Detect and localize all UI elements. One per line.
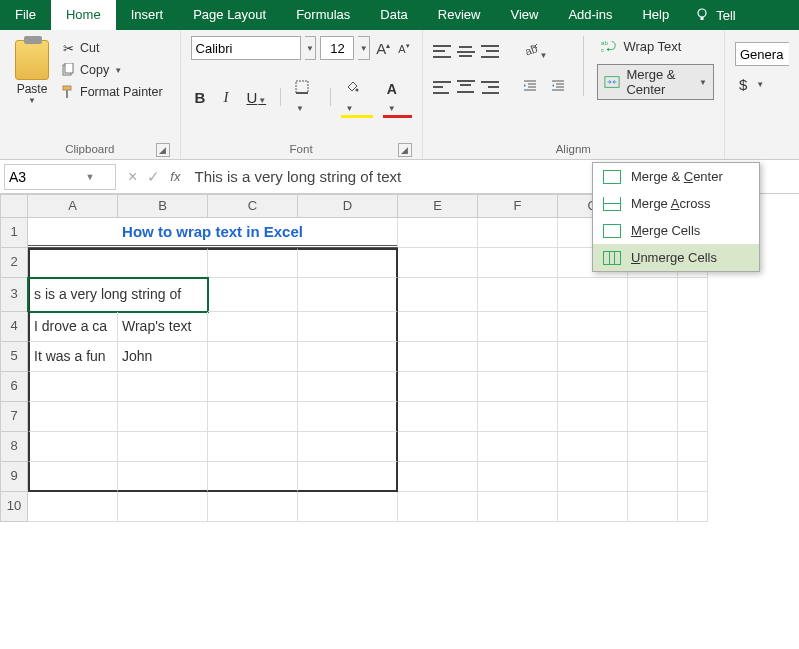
merge-center-button[interactable]: Merge & Center ▼ bbox=[597, 64, 714, 100]
number-format-input[interactable] bbox=[735, 42, 789, 66]
cell[interactable] bbox=[208, 402, 298, 432]
wrap-text-button[interactable]: abc Wrap Text bbox=[597, 36, 714, 56]
cell[interactable] bbox=[558, 372, 628, 402]
orientation-button[interactable]: ab▼ bbox=[519, 40, 552, 63]
underline-button[interactable]: U▼ bbox=[242, 87, 270, 108]
chevron-down-icon[interactable]: ▼ bbox=[756, 80, 764, 89]
cell[interactable] bbox=[298, 278, 398, 312]
cell[interactable] bbox=[678, 492, 708, 522]
dialog-launcher-icon[interactable]: ◢ bbox=[156, 143, 170, 157]
cell[interactable] bbox=[28, 432, 118, 462]
cell[interactable] bbox=[628, 372, 678, 402]
cell[interactable] bbox=[298, 492, 398, 522]
cell[interactable] bbox=[628, 492, 678, 522]
tab-formulas[interactable]: Formulas bbox=[281, 0, 365, 30]
row-header[interactable]: 9 bbox=[0, 462, 28, 492]
increase-indent-button[interactable] bbox=[547, 77, 569, 98]
font-color-button[interactable]: A ▼ bbox=[383, 78, 412, 116]
cell[interactable] bbox=[558, 462, 628, 492]
cell-title[interactable]: How to wrap text in Excel bbox=[28, 218, 398, 248]
row-header[interactable]: 1 bbox=[0, 218, 28, 248]
cell[interactable] bbox=[208, 312, 298, 342]
cell[interactable] bbox=[208, 432, 298, 462]
cell[interactable] bbox=[558, 312, 628, 342]
tab-data[interactable]: Data bbox=[365, 0, 422, 30]
cell[interactable] bbox=[558, 278, 628, 312]
cell-selected[interactable]: s is a very long string of bbox=[28, 278, 208, 312]
decrease-font-button[interactable]: A▾ bbox=[396, 42, 411, 55]
col-header[interactable]: F bbox=[478, 194, 558, 218]
align-bottom-button[interactable] bbox=[481, 44, 499, 60]
cell[interactable] bbox=[208, 278, 298, 312]
cell[interactable] bbox=[478, 278, 558, 312]
cell[interactable] bbox=[28, 462, 118, 492]
cell[interactable] bbox=[298, 432, 398, 462]
cell[interactable] bbox=[678, 432, 708, 462]
cell[interactable] bbox=[398, 402, 478, 432]
tab-home[interactable]: Home bbox=[51, 0, 116, 30]
cell[interactable] bbox=[398, 248, 478, 278]
cell[interactable] bbox=[118, 492, 208, 522]
menu-merge-across[interactable]: Merge Across bbox=[593, 190, 759, 217]
cell[interactable] bbox=[478, 402, 558, 432]
cell[interactable] bbox=[678, 402, 708, 432]
cell[interactable] bbox=[208, 372, 298, 402]
cell[interactable] bbox=[628, 462, 678, 492]
name-box[interactable]: ▼ bbox=[4, 164, 116, 190]
font-name-input[interactable] bbox=[191, 36, 301, 60]
col-header[interactable]: D bbox=[298, 194, 398, 218]
cell[interactable] bbox=[398, 342, 478, 372]
cell[interactable] bbox=[118, 402, 208, 432]
row-header[interactable]: 3 bbox=[0, 278, 28, 312]
select-all-corner[interactable] bbox=[0, 194, 28, 218]
cell[interactable] bbox=[28, 402, 118, 432]
tab-insert[interactable]: Insert bbox=[116, 0, 179, 30]
increase-font-button[interactable]: A▴ bbox=[374, 40, 392, 57]
cell[interactable] bbox=[298, 312, 398, 342]
tab-review[interactable]: Review bbox=[423, 0, 496, 30]
cell[interactable] bbox=[478, 462, 558, 492]
row-header[interactable]: 7 bbox=[0, 402, 28, 432]
cell[interactable] bbox=[398, 278, 478, 312]
cell[interactable] bbox=[478, 342, 558, 372]
cell[interactable] bbox=[298, 462, 398, 492]
cell[interactable] bbox=[678, 462, 708, 492]
paste-button[interactable]: Paste ▼ bbox=[10, 36, 54, 141]
cell[interactable] bbox=[628, 312, 678, 342]
row-header[interactable]: 8 bbox=[0, 432, 28, 462]
copy-button[interactable]: Copy ▼ bbox=[60, 62, 163, 78]
col-header[interactable]: E bbox=[398, 194, 478, 218]
cell[interactable] bbox=[678, 342, 708, 372]
cell[interactable] bbox=[478, 372, 558, 402]
font-name-dropdown[interactable]: ▼ bbox=[305, 36, 317, 60]
cell[interactable] bbox=[208, 492, 298, 522]
cell[interactable] bbox=[558, 402, 628, 432]
cell[interactable] bbox=[208, 342, 298, 372]
cell[interactable] bbox=[298, 402, 398, 432]
chevron-down-icon[interactable]: ▼ bbox=[28, 96, 36, 105]
cell[interactable] bbox=[678, 278, 708, 312]
chevron-down-icon[interactable]: ▼ bbox=[81, 172, 99, 182]
row-header[interactable]: 2 bbox=[0, 248, 28, 278]
cell[interactable]: It was a fun bbox=[28, 342, 118, 372]
tab-view[interactable]: View bbox=[495, 0, 553, 30]
align-top-button[interactable] bbox=[433, 44, 451, 60]
tab-addins[interactable]: Add-ins bbox=[553, 0, 627, 30]
align-left-button[interactable] bbox=[433, 80, 451, 96]
cell[interactable] bbox=[298, 248, 398, 278]
tab-file[interactable]: File bbox=[0, 0, 51, 30]
font-size-input[interactable] bbox=[320, 36, 354, 60]
col-header[interactable]: A bbox=[28, 194, 118, 218]
cell[interactable] bbox=[118, 372, 208, 402]
cell[interactable] bbox=[628, 342, 678, 372]
align-right-button[interactable] bbox=[481, 80, 499, 96]
row-header[interactable]: 10 bbox=[0, 492, 28, 522]
cell[interactable] bbox=[628, 432, 678, 462]
cell[interactable] bbox=[208, 248, 298, 278]
cell[interactable] bbox=[478, 312, 558, 342]
cell[interactable] bbox=[478, 218, 558, 248]
cell[interactable] bbox=[558, 492, 628, 522]
menu-merge-center[interactable]: Merge & Center bbox=[593, 163, 759, 190]
cell[interactable]: I drove a ca bbox=[28, 312, 118, 342]
cell[interactable]: John bbox=[118, 342, 208, 372]
